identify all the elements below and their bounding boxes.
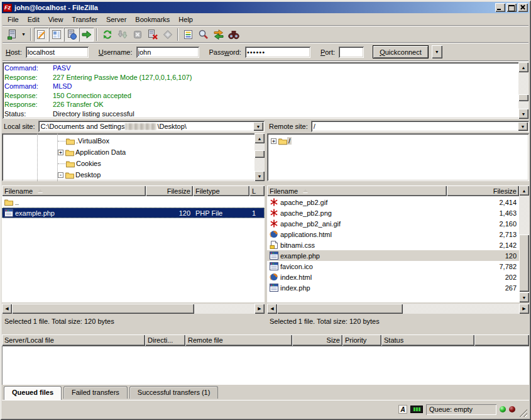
remote-file-row[interactable]: favicon.ico 7,782 <box>267 261 519 272</box>
username-input[interactable] <box>136 47 199 58</box>
column-header-remote-file[interactable]: Remote file <box>185 334 292 346</box>
tree-item-application-data[interactable]: + Application Data <box>2 146 255 158</box>
scrollbar-thumb[interactable] <box>277 304 403 314</box>
status-bar: A Queue: empty <box>2 400 529 418</box>
remote-path-combo[interactable]: / ▼ <box>311 121 529 132</box>
local-file-row-parent[interactable]: .. <box>2 197 265 207</box>
column-header-priority[interactable]: Priority <box>342 334 381 346</box>
column-header-filesize[interactable]: Filesize <box>146 185 193 196</box>
scroll-right-icon[interactable]: ▶ <box>519 304 529 314</box>
maximize-button[interactable] <box>506 3 517 12</box>
scrollbar-thumb[interactable] <box>12 304 194 314</box>
local-path-value: C:\Documents and Settings\Desktop\ <box>41 123 253 130</box>
cancel-operation-icon[interactable] <box>130 28 145 41</box>
toggle-message-log-icon[interactable] <box>34 28 48 41</box>
remote-file-row-example-php[interactable]: example.php 120 <box>267 250 519 261</box>
menu-file[interactable]: File <box>3 14 23 25</box>
toggle-local-tree-icon[interactable] <box>49 28 63 41</box>
toggle-remote-tree-icon[interactable] <box>64 28 79 41</box>
collapse-icon[interactable]: - <box>58 172 63 178</box>
combo-dropdown-icon[interactable]: ▼ <box>253 122 263 131</box>
tree-connector <box>58 141 65 141</box>
resize-grip[interactable] <box>518 408 527 417</box>
scrollbar-thumb[interactable] <box>518 94 528 101</box>
remote-file-row[interactable]: apache_pb2.gif 2,414 <box>267 197 519 207</box>
expand-icon[interactable]: + <box>271 138 276 144</box>
log-line: Command:PASV <box>4 64 518 73</box>
log-line: Status:Directory listing successful <box>4 109 518 119</box>
local-path-combo[interactable]: C:\Documents and Settings\Desktop\ ▼ <box>38 121 265 132</box>
remote-list-scrollbar[interactable]: ▲ ▼ <box>519 185 529 302</box>
tree-item-cookies[interactable]: Cookies <box>2 158 255 169</box>
scroll-up-icon[interactable]: ▲ <box>519 185 529 196</box>
remote-file-row[interactable]: bitnami.css 2,142 <box>267 240 519 250</box>
close-button[interactable] <box>518 3 528 12</box>
scroll-down-icon[interactable]: ▼ <box>255 171 265 181</box>
scroll-down-icon[interactable]: ▼ <box>518 109 528 119</box>
toggle-transfer-queue-icon[interactable] <box>79 28 94 41</box>
column-header-filename[interactable]: Filename <box>267 185 447 196</box>
scroll-up-icon[interactable]: ▲ <box>255 133 265 143</box>
local-horizontal-scrollbar[interactable]: ◀ ▶ <box>2 304 265 314</box>
firefox-html-icon <box>270 273 278 281</box>
expand-icon[interactable]: + <box>58 150 63 155</box>
column-header-status[interactable]: Status <box>381 334 474 346</box>
title-bar[interactable]: Fz john@localhost - FileZilla <box>2 2 529 13</box>
column-header-server-local-file[interactable]: Server/Local file <box>2 334 145 346</box>
menu-server[interactable]: Server <box>102 14 131 25</box>
reconnect-icon[interactable] <box>160 28 175 41</box>
process-queue-icon[interactable] <box>115 28 129 41</box>
column-header-lastmodified[interactable]: L <box>249 185 265 196</box>
minimize-button[interactable] <box>495 3 505 12</box>
remote-file-row[interactable]: apache_pb2_ani.gif 2,160 <box>267 218 519 229</box>
password-input[interactable] <box>245 47 310 58</box>
refresh-icon[interactable] <box>100 28 114 41</box>
scrollbar-thumb[interactable] <box>255 150 265 158</box>
port-input[interactable] <box>339 47 364 58</box>
queue-body[interactable] <box>2 346 529 385</box>
tab-queued-files[interactable]: Queued files <box>4 386 62 400</box>
speed-limits-icon[interactable] <box>410 406 423 413</box>
directory-comparison-icon[interactable] <box>196 28 211 41</box>
tree-item-virtualbox[interactable]: .VirtualBox <box>2 135 255 146</box>
scrollbar-thumb[interactable] <box>519 235 529 292</box>
remote-file-row[interactable]: applications.html 2,713 <box>267 229 519 240</box>
disconnect-icon[interactable] <box>145 28 160 41</box>
remote-horizontal-scrollbar[interactable]: ◀ ▶ <box>267 304 529 314</box>
tab-failed-transfers[interactable]: Failed transfers <box>63 386 128 399</box>
scroll-left-icon[interactable]: ◀ <box>2 304 12 314</box>
quickconnect-button[interactable]: Quickconnect <box>373 45 429 58</box>
host-input[interactable] <box>26 47 89 58</box>
tab-successful-transfers[interactable]: Successful transfers (1) <box>129 386 219 399</box>
site-manager-icon[interactable] <box>4 28 19 41</box>
column-header-filetype[interactable]: Filetype <box>193 185 249 196</box>
find-files-icon[interactable] <box>226 28 241 41</box>
remote-file-row[interactable]: index.html 202 <box>267 272 519 282</box>
menu-bookmarks[interactable]: Bookmarks <box>131 14 174 25</box>
column-header-direction[interactable]: Directi... <box>145 334 185 346</box>
directory-filters-icon[interactable] <box>181 28 195 41</box>
column-header-filesize[interactable]: Filesize <box>447 185 519 196</box>
column-header-filename[interactable]: Filename <box>2 185 146 196</box>
synchronized-browsing-icon[interactable] <box>211 28 226 41</box>
scroll-down-icon[interactable]: ▼ <box>519 292 529 302</box>
site-manager-dropdown-icon[interactable]: ▼ <box>19 28 28 41</box>
local-file-list: Filename Filesize Filetype L .. <box>2 185 265 302</box>
menu-edit[interactable]: Edit <box>23 14 44 25</box>
local-tree-scrollbar[interactable]: ▲ ▼ <box>255 133 265 181</box>
menu-help[interactable]: Help <box>174 14 197 25</box>
combo-dropdown-icon[interactable]: ▼ <box>518 122 528 131</box>
tree-item-root[interactable]: + / <box>267 135 529 146</box>
log-scrollbar[interactable]: ▲ ▼ <box>518 62 528 119</box>
scroll-up-icon[interactable]: ▲ <box>518 62 528 72</box>
remote-file-row[interactable]: apache_pb2.png 1,463 <box>267 207 519 218</box>
menu-view[interactable]: View <box>44 14 68 25</box>
scroll-right-icon[interactable]: ▶ <box>255 304 265 314</box>
column-header-size[interactable]: Size <box>292 334 342 346</box>
menu-transfer[interactable]: Transfer <box>67 14 102 25</box>
tree-item-desktop[interactable]: - Desktop <box>2 169 255 180</box>
remote-file-row[interactable]: index.php 267 <box>267 282 519 293</box>
quickconnect-dropdown-icon[interactable]: ▼ <box>432 45 442 58</box>
local-file-row-example-php[interactable]: example.php 120 PHP File 1 <box>2 207 265 218</box>
scroll-left-icon[interactable]: ◀ <box>267 304 277 314</box>
